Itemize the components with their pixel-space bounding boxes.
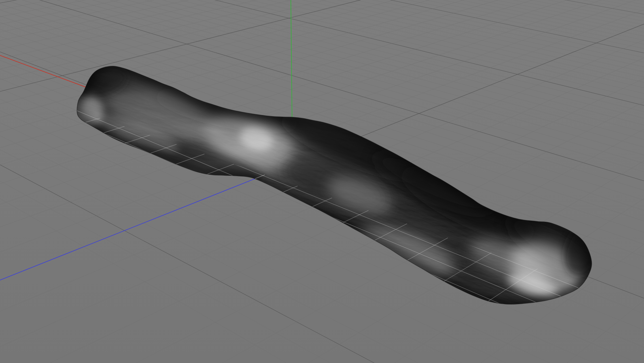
scene-svg[interactable] <box>0 0 644 363</box>
viewport-3d[interactable] <box>0 0 644 363</box>
